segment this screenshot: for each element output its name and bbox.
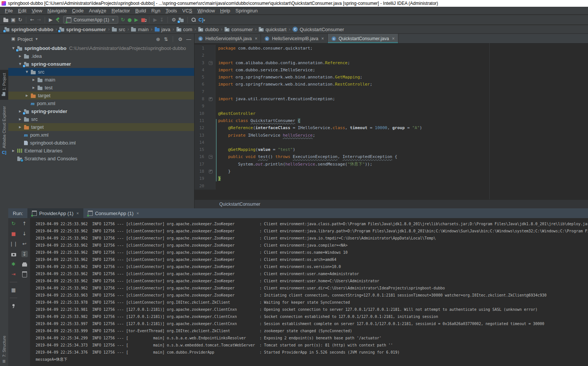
breadcrumb-item-main[interactable]: main — [130, 27, 149, 32]
save-all-icon[interactable]: ▣ — [11, 17, 15, 23]
breadcrumb-item-springboot-dubbo[interactable]: springboot-dubbo — [4, 27, 54, 32]
tree-item-springboot-dubbo.iml[interactable]: springboot-dubbo.iml — [8, 139, 194, 147]
forward-icon[interactable]: → — [37, 17, 41, 23]
fold-marker[interactable] — [206, 95, 216, 102]
gear-icon[interactable]: ⚙ — [178, 36, 182, 42]
tree-item-springboot-dubbo[interactable]: ▼springboot-dubboC:\Users\Administrator\… — [8, 44, 194, 52]
fold-marker[interactable] — [206, 168, 216, 175]
tree-collapse-arrow-icon[interactable]: ▶ — [25, 94, 29, 97]
tree-expanded-arrow-icon[interactable]: ▼ — [11, 47, 15, 50]
rerun-icon[interactable]: ↻ — [11, 220, 17, 227]
breadcrumb-item-com[interactable]: com — [176, 27, 193, 32]
breadcrumb-item-spring-consumer[interactable]: spring-consumer — [59, 27, 107, 32]
close-icon[interactable]: × — [137, 211, 139, 215]
menu-help[interactable]: Help — [217, 8, 233, 14]
close-icon[interactable]: × — [255, 36, 257, 41]
tree-collapse-arrow-icon[interactable]: ▶ — [11, 149, 15, 152]
editor-breadcrumb[interactable]: QuickstartConsumer — [194, 199, 588, 208]
rerun-application-icon[interactable]: ↻ — [121, 17, 125, 23]
breadcrumb-item-consumer[interactable]: consumer — [224, 27, 253, 32]
scroll-to-end-icon[interactable]: ↧ — [21, 251, 28, 257]
thread-dump-camera-icon[interactable] — [11, 251, 17, 257]
run-tab-consumerapp (1)[interactable]: ConsumerApp (1)× — [83, 208, 143, 218]
tree-item-.idea[interactable]: ▶.idea — [8, 52, 194, 60]
build-hammer-icon[interactable] — [55, 17, 60, 23]
breadcrumb-item-dubbo[interactable]: dubbo — [198, 27, 219, 32]
breadcrumb-item-quickstart[interactable]: quickstart — [258, 27, 287, 32]
menu-build[interactable]: Build — [133, 8, 149, 14]
settings-wrench-icon[interactable]: ⚙ — [172, 17, 176, 23]
editor-tab-helloserviceimpla.java[interactable]: HelloServiceImplA.java× — [194, 34, 261, 43]
editor-tab-quickstartconsumer.java[interactable]: QuickstartConsumer.java× — [328, 34, 398, 43]
back-icon[interactable]: ← — [30, 17, 34, 23]
menu-refactor[interactable]: Refactor — [109, 8, 133, 14]
open-project-icon[interactable] — [3, 19, 8, 22]
menu-code[interactable]: Code — [69, 8, 86, 14]
stripe-button-structure[interactable]: ≣7: Structure — [0, 333, 8, 366]
menu-view[interactable]: View — [29, 8, 45, 14]
menu-vcs[interactable]: VCS — [179, 8, 195, 14]
pin-tab-icon[interactable] — [11, 303, 17, 309]
print-icon[interactable] — [21, 261, 28, 267]
gc-icon[interactable]: ✱ — [11, 261, 17, 267]
breadcrumb-item-src[interactable]: src — [111, 27, 126, 32]
run-configuration-selector[interactable]: ConsumerApp (1) ▼ — [63, 16, 118, 24]
menu-analyze[interactable]: Analyze — [86, 8, 109, 14]
close-icon[interactable]: × — [392, 36, 395, 41]
exit-icon[interactable]: ⇥ — [11, 271, 17, 277]
menu-springirun[interactable]: Springirun — [233, 8, 260, 14]
close-icon[interactable]: × — [321, 36, 324, 41]
tree-item-target[interactable]: ▶target — [8, 92, 194, 99]
tree-item-external libraries[interactable]: ▶External Libraries — [8, 147, 194, 155]
tree-expanded-arrow-icon[interactable]: ▼ — [25, 70, 29, 74]
tree-collapse-arrow-icon[interactable]: ▶ — [18, 125, 22, 129]
tree-collapse-arrow-icon[interactable]: ▶ — [32, 86, 36, 89]
debug-icon[interactable]: ● — [128, 17, 132, 23]
editor-tab-helloserviceimplb.java[interactable]: HelloServiceImplB.java× — [261, 34, 327, 43]
menu-navigate[interactable]: Navigate — [45, 8, 69, 14]
tree-item-scratches and consoles[interactable]: Scratches and Consoles — [8, 155, 194, 163]
breadcrumb-item-java[interactable]: java — [154, 27, 171, 32]
restore-layout-icon[interactable]: ▦ — [11, 287, 17, 293]
fold-marker[interactable] — [206, 59, 216, 66]
update-app-icon[interactable]: ↧ — [160, 17, 164, 23]
tree-item-main[interactable]: ▶main — [8, 76, 194, 84]
breadcrumb-item-quickstartconsumer[interactable]: QuickstartConsumer — [292, 27, 345, 32]
menu-window[interactable]: Window — [195, 8, 217, 14]
tree-item-pom.xml[interactable]: pom.xml — [8, 131, 194, 139]
hide-panel-icon[interactable]: — — [186, 36, 191, 42]
code-editor[interactable]: 1package com.dubbo.consumer.quickstart;2… — [194, 43, 588, 200]
project-structure-icon[interactable] — [179, 19, 184, 22]
profiler-icon[interactable]: ▶ — [153, 17, 157, 23]
down-stack-trace-icon[interactable]: ↓ — [21, 230, 28, 237]
tree-item-spring-consumer[interactable]: ▼spring-consumer — [8, 60, 194, 68]
stripe-button-project[interactable]: 1: Project — [0, 70, 8, 100]
tree-collapse-arrow-icon[interactable]: ▶ — [18, 54, 22, 58]
tree-item-spring-provider[interactable]: ▶spring-provider — [8, 107, 194, 115]
run-tab-providerapp (1)[interactable]: ProviderApp (1)× — [27, 208, 83, 218]
tree-item-src[interactable]: ▶src — [8, 115, 194, 123]
tree-collapse-arrow-icon[interactable]: ▶ — [18, 117, 22, 121]
menu-tools[interactable]: Tools — [163, 8, 179, 14]
synchronize-icon[interactable]: ↻ — [18, 17, 22, 23]
stripe-button-alibaba[interactable]: C]Alibaba Cloud Explorer — [0, 102, 8, 158]
up-stack-trace-icon[interactable]: ↑ — [21, 220, 28, 227]
coverage-icon[interactable]: ▶ — [134, 17, 138, 23]
search-everywhere-icon[interactable] — [191, 18, 196, 22]
tree-item-src[interactable]: ▼src — [8, 68, 194, 76]
soft-wrap-icon[interactable]: ↩ — [21, 241, 28, 247]
tree-expanded-arrow-icon[interactable]: ▼ — [18, 62, 22, 66]
tree-item-pom.xml[interactable]: pom.xml — [8, 99, 194, 107]
fold-marker[interactable] — [206, 153, 216, 160]
close-icon[interactable]: × — [77, 211, 79, 215]
run-tool-window-icon[interactable]: ▶ — [49, 17, 53, 23]
pause-output-icon[interactable]: ❘❘ — [11, 241, 17, 247]
tree-item-target[interactable]: ▶target — [8, 123, 194, 131]
breadcrumb-class[interactable]: QuickstartConsumer — [219, 202, 260, 207]
menu-file[interactable]: File — [2, 8, 15, 14]
stop-icon[interactable]: ■2 — [141, 17, 145, 23]
menu-run[interactable]: Run — [149, 8, 163, 14]
menu-edit[interactable]: Edit — [15, 8, 29, 14]
alibaba-cloud-icon[interactable]: C]▾ — [199, 17, 205, 23]
chevron-down-icon[interactable]: ▼ — [35, 37, 38, 41]
